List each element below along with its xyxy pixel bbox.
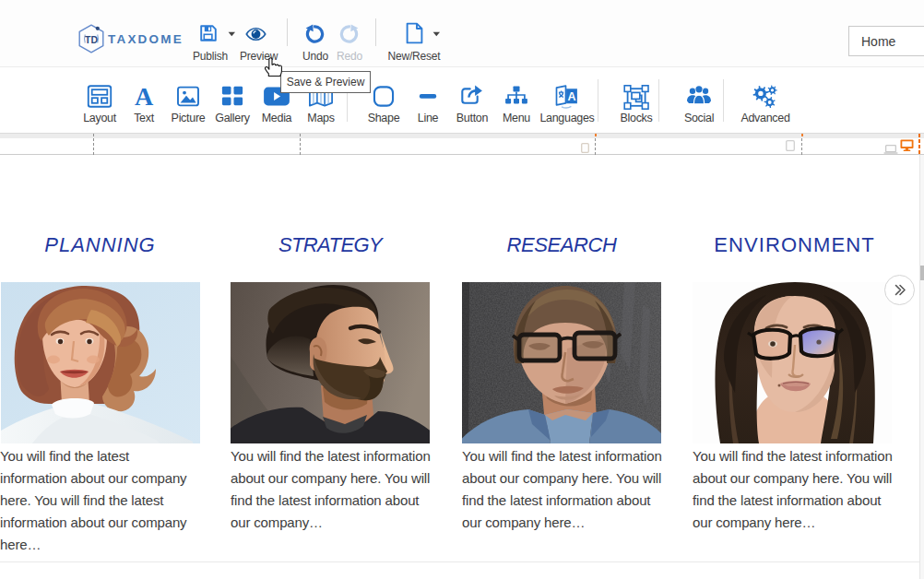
svg-text:A: A — [135, 85, 154, 108]
svg-text:A: A — [568, 90, 576, 103]
svg-text:TAXDOME: TAXDOME — [108, 32, 184, 46]
svg-text:TD: TD — [85, 34, 98, 45]
